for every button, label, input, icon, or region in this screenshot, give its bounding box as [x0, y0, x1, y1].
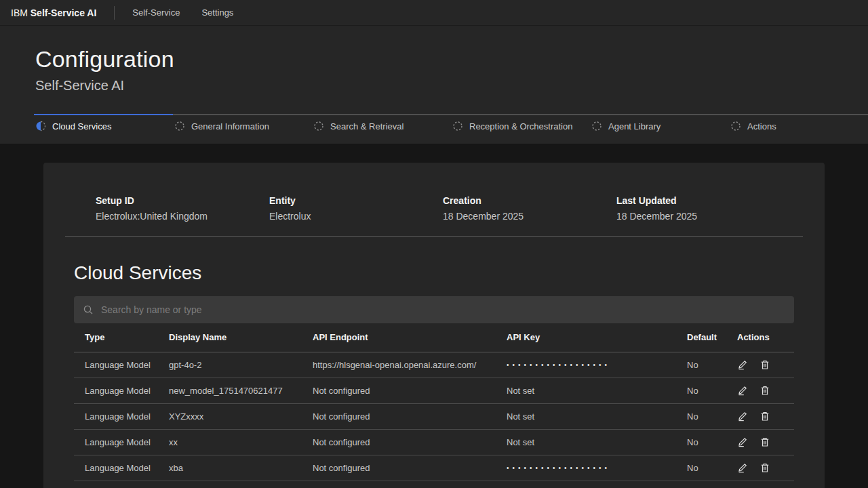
cell-api-endpoint: Not configured [313, 455, 507, 481]
delete-icon[interactable] [760, 436, 770, 447]
tab-label: Actions [747, 121, 776, 132]
dashed-circle-icon [452, 121, 463, 134]
cell-actions [737, 352, 794, 378]
cell-type: Language Model [74, 455, 169, 481]
cell-api-endpoint: Not configured [313, 378, 507, 403]
field-label: Setup ID [96, 195, 269, 206]
main-content: Setup ID Electrolux:United Kingdom Entit… [0, 144, 868, 488]
dashed-circle-icon [730, 121, 741, 134]
brand-name: Self-Service AI [31, 7, 97, 18]
cell-actions [737, 455, 794, 481]
half-filled-circle-icon [35, 121, 46, 134]
table-row: Language Model new_model_1751470621477 N… [74, 378, 794, 403]
column-header-type: Type [74, 323, 169, 352]
cell-type: Language Model [74, 352, 169, 378]
column-header-display-name: Display Name [169, 323, 313, 352]
dashed-circle-icon [174, 121, 185, 134]
dashed-circle-icon [591, 121, 602, 134]
top-nav: IBM Self-Service AI Self-Service Setting… [0, 0, 868, 26]
cell-api-key: Not set [507, 403, 687, 429]
delete-icon[interactable] [760, 411, 770, 422]
cell-display-name: XYZxxxx [169, 403, 313, 429]
summary-divider [65, 236, 803, 237]
cloud-services-table: Type Display Name API Endpoint API Key D… [74, 323, 794, 481]
cell-default: No [687, 429, 737, 455]
search-icon [83, 304, 94, 315]
wizard-tabs: Cloud Services General Information Searc… [34, 114, 868, 144]
tab-general-information[interactable]: General Information [173, 114, 312, 144]
page-subtitle: Self-Service AI [35, 78, 868, 94]
summary-field-setup-id: Setup ID Electrolux:United Kingdom [96, 195, 269, 222]
delete-icon[interactable] [760, 359, 770, 370]
cell-type: Language Model [74, 378, 169, 403]
delete-icon[interactable] [760, 385, 770, 396]
edit-icon[interactable] [737, 359, 748, 370]
nav-link-settings[interactable]: Settings [191, 7, 244, 18]
cell-api-endpoint: https://hlsgenai-openai.openai.azure.com… [313, 352, 507, 378]
dashed-circle-icon [313, 121, 324, 134]
field-value: 18 December 2025 [616, 211, 790, 222]
edit-icon[interactable] [737, 385, 748, 396]
table-row: Language Model xx Not configured Not set… [74, 429, 794, 455]
page-header: Configuration Self-Service AI Cloud Serv… [0, 26, 868, 144]
cell-display-name: new_model_1751470621477 [169, 378, 313, 403]
cell-display-name: xba [169, 455, 313, 481]
delete-icon[interactable] [760, 462, 770, 473]
tab-agent-library[interactable]: Agent Library [590, 114, 729, 144]
cell-default: No [687, 403, 737, 429]
tab-label: Cloud Services [52, 121, 111, 132]
tab-reception-orchestration[interactable]: Reception & Orchestration [451, 114, 590, 144]
tab-label: Agent Library [608, 121, 660, 132]
field-value: Electrolux:United Kingdom [96, 211, 269, 222]
cell-default: No [687, 455, 737, 481]
summary-field-creation: Creation 18 December 2025 [443, 195, 616, 222]
table-row: Language Model gpt-4o-2 https://hlsgenai… [74, 352, 794, 378]
table-row: Language Model XYZxxxx Not configured No… [74, 403, 794, 429]
column-header-api-key: API Key [507, 323, 687, 352]
cell-type: Language Model [74, 429, 169, 455]
edit-icon[interactable] [737, 436, 748, 447]
cell-api-key: Not set [507, 378, 687, 403]
tab-label: Search & Retrieval [330, 121, 403, 132]
cell-type: Language Model [74, 403, 169, 429]
edit-icon[interactable] [737, 462, 748, 473]
brand-prefix: IBM [11, 7, 28, 18]
column-header-api-endpoint: API Endpoint [313, 323, 507, 352]
field-value: 18 December 2025 [443, 211, 616, 222]
edit-icon[interactable] [737, 411, 748, 422]
cell-display-name: gpt-4o-2 [169, 352, 313, 378]
tab-cloud-services[interactable]: Cloud Services [34, 114, 173, 144]
field-value: Electrolux [269, 211, 443, 222]
cell-actions [737, 403, 794, 429]
tab-label: Reception & Orchestration [469, 121, 572, 132]
tab-search-retrieval[interactable]: Search & Retrieval [312, 114, 451, 144]
cell-default: No [687, 378, 737, 403]
column-header-actions: Actions [737, 323, 794, 352]
summary-field-last-updated: Last Updated 18 December 2025 [616, 195, 790, 222]
cell-api-key: Not set [507, 429, 687, 455]
cell-api-key: •••••••••••••••••• [507, 455, 687, 481]
table-row: Language Model xba Not configured ••••••… [74, 455, 794, 481]
cell-api-endpoint: Not configured [313, 403, 507, 429]
setup-summary: Setup ID Electrolux:United Kingdom Entit… [65, 195, 803, 222]
search-input[interactable] [101, 304, 785, 315]
cell-api-key: •••••••••••••••••• [507, 352, 687, 378]
cell-api-endpoint: Not configured [313, 429, 507, 455]
table-header-row: Type Display Name API Endpoint API Key D… [74, 323, 794, 352]
field-label: Creation [443, 195, 616, 206]
section-title: Cloud Services [74, 262, 803, 284]
configuration-card: Setup ID Electrolux:United Kingdom Entit… [43, 163, 825, 488]
field-label: Last Updated [616, 195, 790, 206]
column-header-default: Default [687, 323, 737, 352]
field-label: Entity [269, 195, 443, 206]
cell-actions [737, 429, 794, 455]
tab-actions[interactable]: Actions [729, 114, 868, 144]
brand-logo[interactable]: IBM Self-Service AI [0, 7, 107, 18]
search-bar [74, 296, 794, 323]
page-title: Configuration [35, 46, 868, 73]
summary-field-entity: Entity Electrolux [269, 195, 443, 222]
cell-actions [737, 378, 794, 403]
nav-divider [114, 6, 115, 20]
nav-link-self-service[interactable]: Self-Service [121, 7, 191, 18]
cell-default: No [687, 352, 737, 378]
